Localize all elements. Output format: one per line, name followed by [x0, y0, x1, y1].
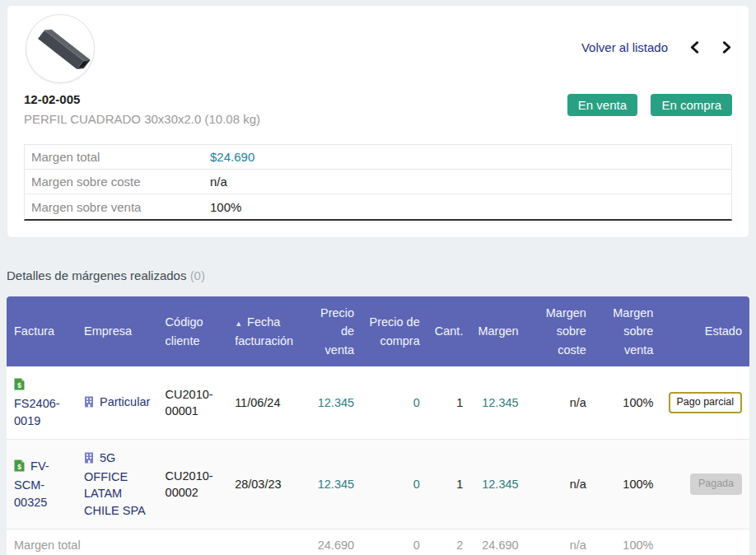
footer-label: Margen total	[7, 529, 305, 555]
cell-margen-venta: 100%	[594, 440, 661, 529]
header-codigo-cliente[interactable]: Código cliente	[158, 296, 228, 366]
details-section-title: Detalles de márgenes realizados (0)	[7, 268, 749, 282]
cell-empresa: Particular	[77, 366, 158, 439]
table-row: $ FS2406-0019 Particular CU2010-00001 11…	[7, 366, 749, 439]
summary-value: n/a	[210, 175, 227, 189]
cell-cant: 1	[427, 366, 471, 439]
cell-estado: Pago parcial	[660, 366, 749, 439]
table-footer-row: Margen total 24.690 0 2 24.690 n/a 100%	[7, 529, 749, 555]
invoice-icon: $	[14, 378, 25, 395]
chevron-right-icon[interactable]	[721, 41, 732, 54]
listing-nav: Volver al listado	[581, 40, 732, 54]
margins-table: Factura Empresa Código cliente ▲ Fecha f…	[7, 296, 749, 555]
section-count: (0)	[190, 268, 205, 282]
cell-fecha: 11/06/24	[227, 366, 305, 439]
cell-estado: Pagada	[660, 440, 749, 529]
header-margen-coste[interactable]: Margen sobre coste	[526, 296, 594, 366]
status-buttons: En venta En compra	[558, 94, 732, 116]
header-factura[interactable]: Factura	[7, 296, 77, 366]
footer-precio-venta: 24.690	[305, 529, 362, 555]
svg-text:$: $	[17, 381, 21, 389]
cell-precio-compra: 0	[362, 440, 427, 529]
cell-margen-coste: n/a	[526, 366, 594, 439]
footer-precio-compra: 0	[362, 529, 427, 555]
cell-margen: 12.345	[470, 440, 525, 529]
header-precio-venta[interactable]: Precio de venta	[305, 296, 362, 366]
back-to-list-link[interactable]: Volver al listado	[581, 40, 668, 54]
cell-margen-coste: n/a	[526, 440, 594, 529]
header-fecha-label: Fecha facturación	[235, 315, 293, 347]
footer-margen-venta: 100%	[594, 529, 661, 555]
footer-estado	[660, 529, 749, 555]
section-title-text: Detalles de márgenes realizados	[7, 268, 186, 282]
header-cant[interactable]: Cant.	[427, 296, 471, 366]
cell-precio-venta: 12.345	[305, 366, 362, 439]
cell-codigo-cliente: CU2010-00002	[158, 440, 228, 529]
footer-margen: 24.690	[470, 529, 525, 555]
cell-margen-venta: 100%	[594, 366, 661, 439]
empresa-link[interactable]: Particular	[100, 395, 150, 408]
margin-summary-table: Margen total $24.690 Margen sobre coste …	[24, 144, 732, 221]
cell-factura: $ FS2406-0019	[7, 366, 77, 439]
summary-label: Margen total	[25, 150, 210, 164]
cell-precio-venta: 12.345	[305, 440, 362, 529]
summary-value: $24.690	[210, 150, 254, 164]
svg-text:$: $	[17, 463, 21, 471]
invoice-icon: $	[14, 459, 25, 477]
summary-value: 100%	[210, 200, 241, 214]
product-header-card: 12-02-005 PERFIL CUADRADO 30x30x2.0 (10.…	[7, 5, 749, 238]
header-empresa[interactable]: Empresa	[77, 296, 158, 366]
cell-empresa: 5G OFFICE LATAM CHILE SPA	[77, 440, 158, 529]
header-margen[interactable]: Margen	[470, 296, 525, 366]
en-venta-button[interactable]: En venta	[567, 94, 637, 116]
header-fecha-facturacion[interactable]: ▲ Fecha facturación	[227, 296, 305, 366]
cell-fecha: 28/03/23	[227, 440, 305, 529]
cell-cant: 1	[427, 440, 471, 529]
summary-label: Margen sobre venta	[25, 200, 210, 214]
cell-precio-compra: 0	[362, 366, 427, 439]
square-profile-photo	[26, 15, 95, 83]
header-margen-venta[interactable]: Margen sobre venta	[594, 296, 661, 366]
header-estado[interactable]: Estado	[660, 296, 749, 366]
footer-margen-coste: n/a	[526, 529, 594, 555]
footer-cant: 2	[427, 529, 471, 555]
cell-margen: 12.345	[470, 366, 525, 439]
summary-row-margen-total: Margen total $24.690	[25, 145, 731, 170]
building-icon	[84, 451, 94, 469]
chevron-left-icon[interactable]	[689, 41, 700, 54]
cell-factura: $ FV-SCM-00325	[7, 440, 77, 529]
table-row: $ FV-SCM-00325 5G OFFICE LATAM CHILE SPA…	[7, 440, 749, 529]
table-header-row: Factura Empresa Código cliente ▲ Fecha f…	[7, 296, 749, 366]
summary-label: Margen sobre coste	[25, 175, 210, 189]
building-icon	[84, 395, 94, 413]
status-badge: Pago parcial	[669, 392, 743, 413]
header-precio-compra[interactable]: Precio de compra	[362, 296, 427, 366]
cell-codigo-cliente: CU2010-00001	[158, 366, 228, 439]
summary-row-margen-coste: Margen sobre coste n/a	[25, 170, 731, 194]
page: 12-02-005 PERFIL CUADRADO 30x30x2.0 (10.…	[0, 0, 756, 555]
sort-asc-icon: ▲	[235, 319, 242, 328]
en-compra-button[interactable]: En compra	[651, 94, 732, 116]
summary-row-margen-venta: Margen sobre venta 100%	[25, 194, 731, 219]
status-badge: Pagada	[690, 473, 742, 495]
factura-link[interactable]: FS2406-0019	[14, 397, 60, 427]
product-image	[26, 14, 95, 83]
